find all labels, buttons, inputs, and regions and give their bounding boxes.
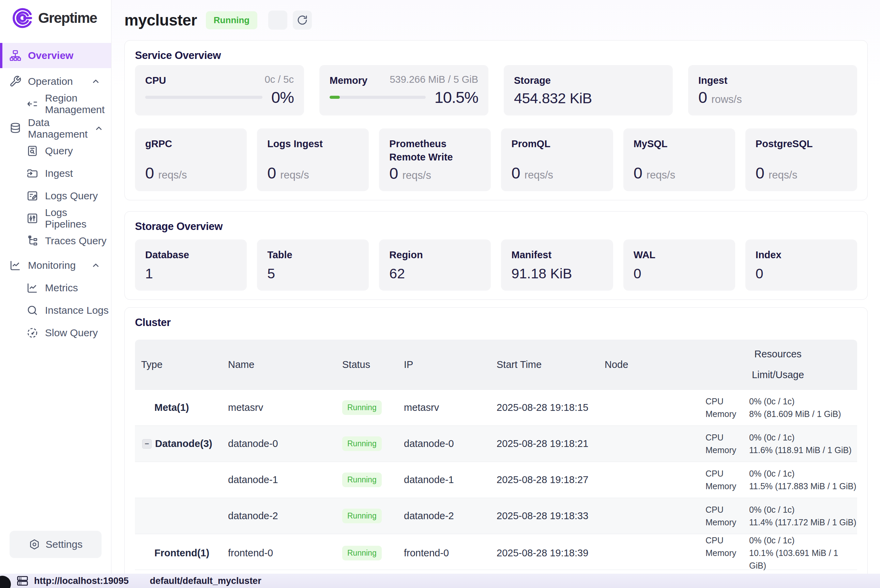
table-row-metasrv[interactable]: Meta(1) metasrv Running metasrv 2025-08-… (135, 389, 857, 426)
promql-value: 0 (511, 164, 520, 182)
ingest-tile: Ingest 0 rows/s (688, 65, 857, 116)
chevron-up-icon[interactable] (94, 123, 104, 134)
folder-input-icon (26, 167, 39, 180)
table-row-frontend-0[interactable]: Frontend(1) frontend-0 Running frontend-… (135, 534, 857, 570)
protocol-rate-row: gRPC 0reqs/s Logs Ingest 0reqs/s Prometh… (135, 128, 857, 191)
sidebar-item-slow-query[interactable]: Slow Query (0, 322, 111, 344)
cpu-tile: CPU 0c / 5c 0% (135, 65, 304, 116)
settings-button[interactable]: Settings (9, 531, 102, 558)
sidebar-item-data-management[interactable]: Data Management (0, 117, 111, 140)
ingest-value: 0 (698, 88, 707, 106)
sidebar-item-logs-query[interactable]: Logs Query (0, 184, 111, 207)
current-database: default/default_mycluster (150, 576, 261, 586)
sidebar-item-traces-query[interactable]: Traces Query (0, 230, 111, 252)
row-resources: CPU0% (0c / 1c) Memory10.1% (103.691 MiB… (699, 534, 857, 572)
sidebar-item-overview[interactable]: Overview (0, 43, 111, 68)
gear-icon (29, 538, 40, 550)
table-tile: Table 5 (257, 240, 369, 291)
sidebar-item-label: Logs Query (45, 190, 98, 202)
row-start-time: 2025-08-28 19:18:15 (490, 402, 598, 413)
cluster-table-header: Type Name Status IP Start Time Node Reso… (135, 340, 857, 389)
table-row-datanode-1[interactable]: datanode-1 Running datanode-1 2025-08-28… (135, 462, 857, 498)
sidebar-item-label: Logs Pipelines (45, 207, 111, 230)
grpc-unit: reqs/s (158, 169, 187, 181)
row-name: datanode-0 (222, 438, 336, 449)
memory-tile: Memory 539.266 MiB / 5 GiB 10.5% (319, 65, 488, 116)
cpu-label: CPU (145, 74, 166, 87)
row-resources: CPU0% (0c / 1c) Memory11.5% (117.883 MiB… (699, 467, 857, 493)
logs-ingest-label: Logs Ingest (267, 137, 359, 151)
settings-label: Settings (46, 538, 83, 550)
row-resources: CPU0% (0c / 1c) Memory8% (81.609 MiB / 1… (699, 395, 857, 420)
row-start-time: 2025-08-28 19:18:21 (490, 438, 598, 449)
table-row-datanode-2[interactable]: datanode-2 Running datanode-2 2025-08-28… (135, 498, 857, 534)
sidebar-item-metrics[interactable]: Metrics (0, 277, 111, 299)
logo[interactable]: Greptime (0, 0, 111, 33)
region-value: 62 (389, 266, 481, 282)
manifest-label: Manifest (511, 248, 602, 262)
memory-limit: 539.266 MiB / 5 GiB (390, 74, 478, 85)
sidebar-item-instance-logs[interactable]: Instance Logs (0, 299, 111, 322)
refresh-button[interactable] (293, 10, 312, 30)
row-name: datanode-1 (222, 474, 336, 486)
logs-ingest-tile: Logs Ingest 0reqs/s (257, 128, 369, 191)
grpc-value: 0 (145, 164, 154, 182)
manifest-tile: Manifest 91.18 KiB (501, 240, 613, 291)
status-badge: Running (342, 472, 382, 487)
storage-stat-row: Database 1 Table 5 Region 62 Manifest 91… (135, 240, 857, 291)
index-value: 0 (755, 266, 847, 282)
greptime-logo-icon (12, 7, 34, 29)
wrench-icon (9, 75, 22, 88)
index-tile: Index 0 (745, 240, 857, 291)
row-start-time: 2025-08-28 19:18:39 (490, 548, 598, 559)
storage-label: Storage (514, 74, 551, 87)
chevron-up-icon[interactable] (91, 260, 101, 270)
list-tree-icon (26, 234, 39, 248)
row-resources: CPU0% (0c / 1c) Memory11.6% (118.91 MiB … (699, 431, 857, 456)
mysql-value: 0 (634, 164, 643, 182)
table-value: 5 (267, 266, 359, 282)
app-window: Greptime Overview Operation Region Manag… (0, 0, 880, 588)
row-type: − Datanode(3) (135, 438, 222, 449)
search-icon (26, 304, 39, 317)
mysql-label: MySQL (634, 137, 725, 151)
region-tile: Region 62 (379, 240, 491, 291)
column-header-start-time: Start Time (490, 359, 598, 370)
wal-label: WAL (634, 248, 725, 262)
sidebar-item-monitoring[interactable]: Monitoring (0, 254, 111, 277)
status-badge: Running (342, 546, 382, 560)
sidebar-item-logs-pipelines[interactable]: Logs Pipelines (0, 207, 111, 230)
prometheus-remote-write-tile: Prometheus Remote Write 0reqs/s (379, 128, 491, 191)
sidebar-item-operation[interactable]: Operation (0, 70, 111, 93)
cluster-card: Cluster Type Name Status IP Start Time N… (125, 307, 868, 588)
sidebar-item-label: Traces Query (45, 235, 107, 247)
status-badge: Running (342, 508, 382, 523)
main-content: mycluster Running Service Overview CPU 0… (111, 0, 880, 588)
sidebar-item-ingest[interactable]: Ingest (0, 162, 111, 184)
section-title: Storage Overview (135, 220, 857, 232)
file-search-icon (26, 144, 39, 158)
chevron-up-icon[interactable] (91, 76, 101, 87)
limit-usage-header-label: Limit/Usage (752, 369, 804, 381)
row-ip: datanode-1 (398, 474, 490, 486)
table-row-datanode-0[interactable]: − Datanode(3) datanode-0 Running datanod… (135, 426, 857, 462)
row-ip: frontend-0 (398, 548, 490, 559)
row-resources: CPU0% (0c / 1c) Memory11.4% (117.172 MiB… (699, 504, 857, 529)
refresh-icon (297, 15, 308, 26)
table-label: Table (267, 248, 359, 262)
sidebar-item-query[interactable]: Query (0, 140, 111, 162)
prometheus-remote-write-unit: reqs/s (402, 170, 431, 182)
logo-text: Greptime (38, 10, 97, 26)
secondary-action-button[interactable] (268, 10, 287, 30)
gauge-icon (26, 326, 39, 339)
sidebar-item-label: Metrics (45, 282, 78, 294)
row-ip: metasrv (398, 402, 490, 413)
collapse-toggle[interactable]: − (142, 439, 152, 448)
wal-value: 0 (634, 266, 725, 282)
index-label: Index (755, 248, 847, 262)
sidebar-item-label: Overview (28, 50, 73, 62)
promql-label: PromQL (511, 137, 602, 151)
logs-ingest-value: 0 (267, 164, 276, 182)
sidebar-item-region-management[interactable]: Region Management (0, 93, 111, 115)
sidebar-item-label: Slow Query (45, 327, 98, 339)
